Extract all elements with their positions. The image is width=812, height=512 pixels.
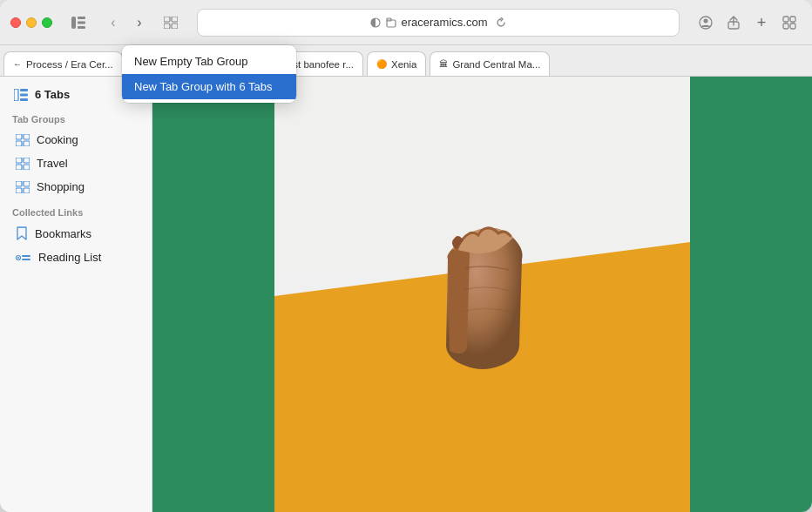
reading-list-label: Reading List xyxy=(38,251,101,264)
green-left-panel xyxy=(152,77,274,512)
tab-label: Grand Central Ma... xyxy=(452,59,540,70)
center-content xyxy=(274,77,690,512)
close-button[interactable] xyxy=(10,17,21,28)
travel-icon xyxy=(16,158,30,170)
svg-rect-23 xyxy=(24,134,30,139)
forward-button[interactable]: › xyxy=(127,10,152,35)
svg-rect-26 xyxy=(16,158,22,163)
sidebar-item-bookmarks[interactable]: Bookmarks xyxy=(3,222,148,245)
bookmark-icon xyxy=(16,226,28,240)
svg-rect-15 xyxy=(790,17,795,22)
svg-rect-14 xyxy=(783,17,788,22)
svg-rect-32 xyxy=(16,188,22,193)
bookmarks-label: Bookmarks xyxy=(35,227,91,240)
svg-rect-5 xyxy=(172,17,178,22)
tab-icon xyxy=(386,17,396,28)
sidebar-toggle[interactable] xyxy=(66,10,91,35)
svg-rect-28 xyxy=(16,165,22,170)
svg-rect-3 xyxy=(78,26,85,29)
svg-rect-29 xyxy=(24,165,30,170)
svg-rect-16 xyxy=(783,24,788,29)
tab-label: Xenia xyxy=(391,59,416,70)
all-tabs-label: 6 Tabs xyxy=(35,88,70,101)
svg-rect-1 xyxy=(78,17,85,19)
svg-rect-0 xyxy=(71,17,76,29)
tab-process[interactable]: ← Process / Era Cer... xyxy=(3,51,123,76)
svg-rect-2 xyxy=(78,21,85,24)
collected-links-section-label: Collected Links xyxy=(0,199,152,221)
svg-rect-20 xyxy=(20,93,28,96)
svg-rect-36 xyxy=(22,255,30,257)
svg-rect-7 xyxy=(172,24,178,29)
svg-rect-33 xyxy=(24,188,30,193)
nav-controls: ‹ › xyxy=(101,10,152,35)
svg-rect-30 xyxy=(16,181,22,186)
tab-grand-central[interactable]: 🏛 Grand Central Ma... xyxy=(430,51,550,76)
sidebar-item-shopping[interactable]: Shopping xyxy=(3,176,148,198)
reload-icon[interactable] xyxy=(496,17,506,28)
webpage-image xyxy=(152,77,812,512)
svg-rect-25 xyxy=(24,141,30,146)
svg-point-12 xyxy=(704,18,708,23)
cooking-icon xyxy=(16,134,30,146)
svg-rect-31 xyxy=(24,181,30,186)
svg-point-35 xyxy=(17,257,19,259)
tab-groups-section-label: Tab Groups xyxy=(0,105,152,128)
sidebar-icon[interactable] xyxy=(66,10,91,35)
tab-grid-button[interactable] xyxy=(777,10,802,35)
svg-rect-37 xyxy=(22,259,30,260)
cooking-label: Cooking xyxy=(37,133,78,146)
titlebar-right: + xyxy=(694,10,802,35)
address-bar[interactable]: eraceramics.com xyxy=(197,9,680,37)
reading-list-icon xyxy=(16,252,31,264)
tab-gc-icon: 🏛 xyxy=(439,59,448,69)
dropdown-menu: New Empty Tab Group New Tab Group with 6… xyxy=(122,45,296,103)
svg-rect-17 xyxy=(790,24,795,29)
web-content xyxy=(152,77,812,512)
new-empty-tab-group-item[interactable]: New Empty Tab Group xyxy=(122,49,296,74)
traffic-lights xyxy=(10,17,52,28)
content-area: 6 Tabs Tab Groups Cooking xyxy=(0,77,812,512)
svg-rect-19 xyxy=(20,89,28,91)
tab-xenia-icon: 🟠 xyxy=(376,59,387,69)
green-right-panel xyxy=(690,77,812,512)
svg-rect-18 xyxy=(14,89,18,101)
sidebar-item-reading-list[interactable]: Reading List xyxy=(3,246,148,268)
tab-back-icon: ← xyxy=(13,59,22,69)
svg-rect-21 xyxy=(20,98,28,101)
sidebar: 6 Tabs Tab Groups Cooking xyxy=(0,77,152,512)
tabs-icon xyxy=(14,89,28,101)
shopping-icon xyxy=(16,181,30,193)
svg-rect-6 xyxy=(164,24,170,29)
sculpture-svg xyxy=(413,207,552,399)
tab-label: Process / Era Cer... xyxy=(26,59,113,70)
svg-rect-22 xyxy=(16,134,22,139)
maximize-button[interactable] xyxy=(42,17,52,28)
add-tab-button[interactable]: + xyxy=(749,10,774,35)
share-button[interactable] xyxy=(721,10,746,35)
titlebar: ‹ › eracer xyxy=(0,0,812,45)
privacy-icon xyxy=(370,17,381,28)
svg-rect-24 xyxy=(16,141,22,146)
minimize-button[interactable] xyxy=(26,17,37,28)
sculpture xyxy=(413,207,552,399)
tab-overview-button[interactable] xyxy=(159,10,183,35)
travel-label: Travel xyxy=(37,157,68,170)
svg-rect-27 xyxy=(24,158,30,163)
browser-window: ‹ › eracer xyxy=(0,0,812,512)
profile-button[interactable] xyxy=(694,10,718,35)
new-tab-group-with-tabs-item[interactable]: New Tab Group with 6 Tabs xyxy=(122,74,296,99)
sidebar-item-cooking[interactable]: Cooking xyxy=(3,129,148,151)
tab-xenia[interactable]: 🟠 Xenia xyxy=(367,51,426,76)
back-button[interactable]: ‹ xyxy=(101,10,125,35)
shopping-label: Shopping xyxy=(37,180,85,193)
svg-rect-4 xyxy=(164,17,170,22)
address-text: eraceramics.com xyxy=(402,16,488,29)
sidebar-item-travel[interactable]: Travel xyxy=(3,152,148,174)
